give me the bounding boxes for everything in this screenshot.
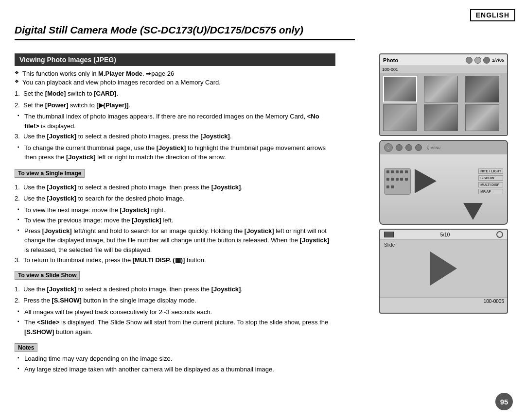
screen3-footer: 100-0005 (380, 297, 507, 305)
dot (391, 185, 394, 188)
dot (391, 170, 394, 173)
camera-btn-1 (396, 144, 402, 151)
icon-circle-2 (474, 57, 481, 64)
page-number-badge: 95 (495, 393, 513, 410)
file-number: 100-0005 (484, 299, 504, 304)
screen-index: 100-001 (382, 67, 398, 72)
images-area: Photo 1/7/05 100-001 ◀ ▶ (379, 53, 515, 314)
slide-show-header: To view a Slide Show (15, 271, 80, 280)
screen-icons: 1/7/05 (466, 57, 504, 64)
slide-step-1: 1. Use the [Joystick] to select a desire… (15, 285, 335, 294)
battery-icon (384, 232, 394, 237)
view-single-header: To view a Single Image (15, 169, 85, 178)
screen-photo-label: Photo (383, 57, 398, 63)
slide-show-section: To view a Slide Show 1. Use the [Joystic… (15, 268, 335, 337)
single-step-2: 2. Use the [Joystick] to search for the … (15, 194, 335, 203)
dot (400, 178, 403, 181)
main-title: Digital Still Camera Mode (SC-DC173(U)/D… (15, 24, 355, 36)
dot (386, 170, 389, 173)
notes-header: Notes (15, 343, 37, 352)
circle-icon (496, 231, 503, 238)
camera-right-labels: NITE / LIGHT S.SHOW MULTI DISP MF/AF (478, 168, 503, 194)
camera-bottom-arrow (463, 203, 483, 220)
thumbnail-grid (380, 73, 507, 134)
single-step-1: 1. Use the [Joystick] to select a desire… (15, 183, 335, 192)
thumb-3 (465, 76, 499, 102)
step-2-sub-1: The thumbnail index of photo images appe… (15, 112, 335, 131)
single-step-2-sub-3: Press [Joystick] left/right and hold to … (15, 226, 335, 255)
dot (386, 178, 389, 181)
q-menu-btn: Q (384, 143, 393, 152)
screen3-header-left (384, 232, 394, 237)
dot (386, 185, 389, 188)
joystick-area (384, 168, 411, 195)
camera-body: Q Q.MENU (380, 141, 507, 224)
slide-step-2: 2. Press the [S.SHOW] button in the sing… (15, 296, 335, 305)
step-1: 1. Set the [Mode] switch to [CARD]. (15, 89, 335, 99)
screen-index-bar: 100-001 (380, 66, 507, 73)
slide-show-steps: 1. Use the [Joystick] to select a desire… (15, 285, 335, 337)
single-step-2-sub-1: To view the next image: move the [Joysti… (15, 205, 335, 215)
thumb-6 (465, 104, 499, 131)
camera-btn-3 (415, 144, 422, 151)
view-single-steps: 1. Use the [Joystick] to select a desire… (15, 183, 335, 265)
screen3-content: Slide (380, 240, 507, 297)
camera-main-area: NITE / LIGHT S.SHOW MULTI DISP MF/AF (380, 154, 507, 208)
screen3-header: 5/10 (380, 230, 507, 240)
intro-bullet-1: This function works only in M.Player Mod… (15, 70, 335, 77)
single-step-2-sub-2: To view the previous image: move the [Jo… (15, 216, 335, 225)
slide-screen: 5/10 Slide 100-0005 (379, 229, 508, 314)
view-single-section: To view a Single Image 1. Use the [Joyst… (15, 166, 335, 265)
screen-header: Photo 1/7/05 (380, 54, 507, 66)
content-area: Viewing Photo Images (JPEG) This functio… (15, 53, 335, 375)
english-badge: ENGLISH (470, 9, 515, 21)
slide-label: Slide (384, 242, 395, 248)
camera-device: Q Q.MENU (379, 140, 508, 225)
dot (400, 170, 403, 173)
camera-arrow-area (415, 167, 454, 196)
thumb-4 (383, 104, 417, 131)
nite-light-label: NITE / LIGHT (478, 168, 503, 174)
dot (391, 178, 394, 181)
note-2: Any large sized image taken with another… (15, 365, 335, 374)
step-3-sub-1: To change the current thumbnail page, us… (15, 143, 335, 162)
nav-left-arrow: ◀ (383, 135, 389, 136)
thumb-1 (383, 76, 417, 102)
main-steps: 1. Set the [Mode] switch to [CARD]. 2. S… (15, 89, 335, 162)
intro-bullet-2: You can playback and view photo images r… (15, 79, 335, 86)
nav-right-arrow: ▶ (498, 135, 504, 136)
notes-section: Notes Loading time may vary depending on… (15, 340, 335, 374)
dot (396, 178, 399, 181)
thumbnail-screen: Photo 1/7/05 100-001 ◀ ▶ (379, 53, 508, 136)
icon-circle-3 (483, 57, 490, 64)
s-show-label: S.SHOW (478, 175, 503, 181)
section-header: Viewing Photo Images (JPEG) (15, 53, 335, 66)
note-1: Loading time may vary depending on the i… (15, 354, 335, 364)
slide-step-2-sub-1: All images will be played back consecuti… (15, 307, 335, 317)
camera-btn-2 (405, 144, 412, 151)
slide-arrow-icon (430, 252, 457, 286)
camera-top-bar: Q Q.MENU (380, 141, 507, 154)
right-arrow-triangle (415, 169, 437, 193)
dot (405, 170, 408, 173)
icon-circle-1 (466, 57, 472, 64)
dot (396, 170, 399, 173)
intro-bullets: This function works only in M.Player Mod… (15, 70, 335, 86)
mf-af-label: MF/AF (478, 189, 503, 194)
screen-count: 1/7/05 (492, 58, 504, 63)
q-menu-label: Q.MENU (427, 146, 440, 150)
screen-nav-bar: ◀ ▶ (380, 134, 507, 136)
multi-disp-label: MULTI DISP (478, 182, 503, 187)
down-arrow-triangle (463, 203, 483, 220)
thumb-5 (424, 104, 458, 131)
step-3: 3. Use the [Joystick] to select a desire… (15, 132, 335, 141)
thumb-2 (424, 76, 458, 102)
step-2: 2. Set the [Power] switch to [▶(Player)]… (15, 101, 335, 110)
single-step-3: 3. To return to thumbnail index, press t… (15, 255, 335, 265)
slide-count: 5/10 (440, 232, 450, 237)
slide-step-2-sub-2: The <Slide> is displayed. The Slide Show… (15, 318, 335, 336)
dot (405, 178, 408, 181)
